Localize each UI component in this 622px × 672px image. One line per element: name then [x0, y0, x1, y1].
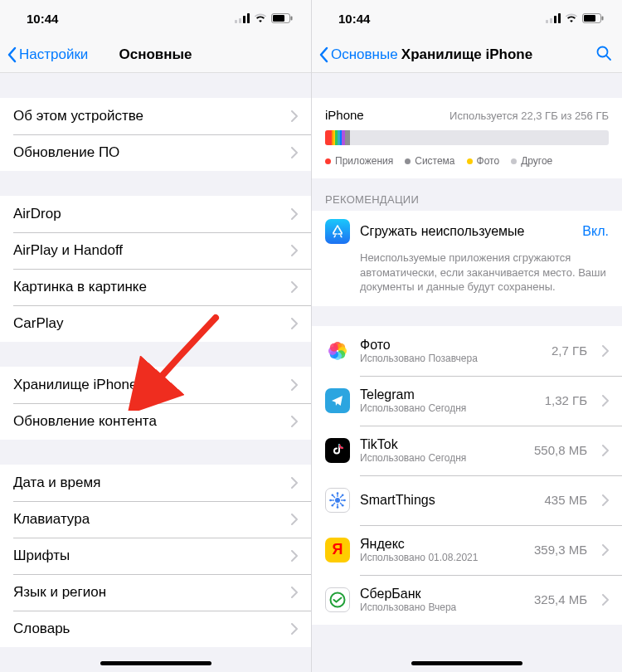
chevron-right-icon	[291, 514, 298, 525]
svg-rect-3	[247, 13, 250, 23]
chevron-right-icon	[291, 623, 298, 635]
app-size: 359,3 МБ	[534, 543, 587, 557]
chevron-right-icon	[291, 587, 298, 598]
app-size: 550,8 МБ	[534, 443, 587, 457]
row-label: AirPlay и Handoff	[13, 242, 286, 259]
row-airplay-handoff[interactable]: AirPlay и Handoff	[0, 232, 311, 269]
cellular-icon	[546, 13, 561, 23]
offload-unused-label: Сгружать неиспользуемые	[360, 224, 572, 239]
legend-dot-icon	[511, 158, 517, 164]
chevron-right-icon	[291, 147, 298, 158]
row-keyboard[interactable]: Клавиатура	[0, 501, 311, 538]
chevron-right-icon	[602, 345, 609, 357]
screen-iphone-storage: 10:44 Основные Хранилище iPhone iPhone И…	[311, 0, 622, 672]
row-language-region[interactable]: Язык и регион	[0, 574, 311, 611]
row-label: Картинка в картинке	[13, 279, 286, 295]
app-row[interactable]: TelegramИспользовано Сегодня1,32 ГБ	[312, 376, 622, 426]
chevron-right-icon	[291, 379, 298, 391]
svg-rect-8	[550, 18, 552, 23]
app-list: ФотоИспользовано Позавчера2,7 ГБTelegram…	[312, 326, 622, 625]
svg-rect-2	[243, 16, 245, 23]
storage-usage-text: Используется 22,3 ГБ из 256 ГБ	[449, 110, 609, 122]
app-name: Яндекс	[360, 537, 524, 552]
legend-item: Приложения	[325, 155, 393, 167]
row-dictionary[interactable]: Словарь	[0, 611, 311, 647]
svg-rect-1	[239, 18, 241, 23]
row-carplay[interactable]: CarPlay	[0, 305, 311, 342]
legend-label: Приложения	[335, 155, 393, 167]
row-label: CarPlay	[13, 315, 286, 332]
legend-item: Другое	[511, 155, 552, 167]
legend-label: Фото	[477, 155, 500, 167]
chevron-right-icon	[291, 318, 298, 329]
row-iphone-storage[interactable]: Хранилище iPhone	[0, 367, 311, 403]
svg-point-33	[337, 492, 339, 494]
legend-dot-icon	[467, 158, 473, 164]
back-button[interactable]: Основные	[318, 46, 398, 63]
app-row[interactable]: ФотоИспользовано Позавчера2,7 ГБ	[312, 326, 622, 376]
offload-unused-row[interactable]: Сгружать неиспользуемые Вкл.	[312, 211, 622, 249]
chevron-right-icon	[602, 494, 609, 506]
row-software-update[interactable]: Обновление ПО	[0, 134, 311, 171]
app-row[interactable]: ЯЯндексИспользовано 01.08.2021359,3 МБ	[312, 525, 622, 575]
app-last-used: Использовано 01.08.2021	[360, 552, 524, 563]
telegram-icon	[325, 388, 350, 413]
app-size: 325,4 МБ	[534, 592, 587, 606]
back-button[interactable]: Настройки	[7, 46, 88, 63]
appstore-icon	[325, 219, 350, 244]
app-row[interactable]: SmartThings435 МБ	[312, 475, 622, 525]
chevron-left-icon	[7, 46, 17, 63]
cellular-icon	[235, 13, 250, 23]
row-label: Обновление ПО	[13, 144, 286, 161]
row-fonts[interactable]: Шрифты	[0, 538, 311, 574]
legend-dot-icon	[405, 158, 411, 164]
app-name: TikTok	[360, 437, 524, 452]
sberbank-icon	[325, 587, 350, 612]
row-label: Об этом устройстве	[13, 108, 286, 124]
home-indicator[interactable]	[411, 661, 522, 665]
recommendation-card: Сгружать неиспользуемые Вкл. Неиспользуе…	[312, 211, 622, 306]
app-last-used: Использовано Сегодня	[360, 452, 524, 464]
svg-point-41	[331, 592, 345, 606]
status-indicators	[546, 13, 604, 23]
legend-label: Система	[415, 155, 454, 167]
svg-point-40	[332, 504, 334, 507]
svg-point-23	[330, 343, 338, 351]
app-size: 435 МБ	[544, 493, 587, 507]
row-label: Хранилище iPhone	[13, 377, 286, 393]
tiktok-icon	[325, 438, 350, 463]
legend-item: Система	[405, 155, 454, 167]
svg-point-35	[329, 499, 332, 501]
chevron-right-icon	[291, 245, 298, 256]
app-name: СберБанк	[360, 587, 524, 601]
row-label: Шрифты	[13, 548, 286, 564]
home-indicator[interactable]	[100, 661, 211, 665]
storage-segment	[345, 130, 349, 145]
status-indicators	[235, 13, 293, 23]
storage-content[interactable]: iPhone Используется 22,3 ГБ из 256 ГБ Пр…	[312, 73, 622, 672]
app-row[interactable]: TikTokИспользовано Сегодня550,8 МБ	[312, 426, 622, 475]
row-label: Язык и регион	[13, 584, 286, 601]
row-date-time[interactable]: Дата и время	[0, 465, 311, 501]
back-label: Основные	[331, 46, 398, 63]
row-airdrop[interactable]: AirDrop	[0, 196, 311, 232]
recommendations-header: РЕКОМЕНДАЦИИ	[312, 178, 622, 211]
row-pip[interactable]: Картинка в картинке	[0, 269, 311, 305]
screen-general-settings: 10:44 Настройки Основные Об этом устройс…	[0, 0, 311, 672]
svg-point-34	[337, 506, 339, 509]
search-button[interactable]	[592, 41, 615, 68]
row-label: Дата и время	[13, 475, 286, 491]
chevron-right-icon	[291, 550, 298, 562]
svg-point-36	[343, 499, 346, 501]
app-name: Telegram	[360, 387, 535, 402]
back-label: Настройки	[19, 46, 88, 63]
row-label: AirDrop	[13, 206, 286, 222]
app-last-used: Использовано Сегодня	[360, 402, 535, 414]
storage-segment	[325, 130, 332, 145]
settings-list[interactable]: Об этом устройствеОбновление ПОAirDropAi…	[0, 73, 311, 672]
row-about[interactable]: Об этом устройстве	[0, 98, 311, 134]
smartthings-icon	[325, 488, 350, 513]
battery-icon	[582, 13, 604, 23]
row-background-refresh[interactable]: Обновление контента	[0, 403, 311, 440]
app-row[interactable]: СберБанкИспользовано Вчера325,4 МБ	[312, 575, 622, 625]
